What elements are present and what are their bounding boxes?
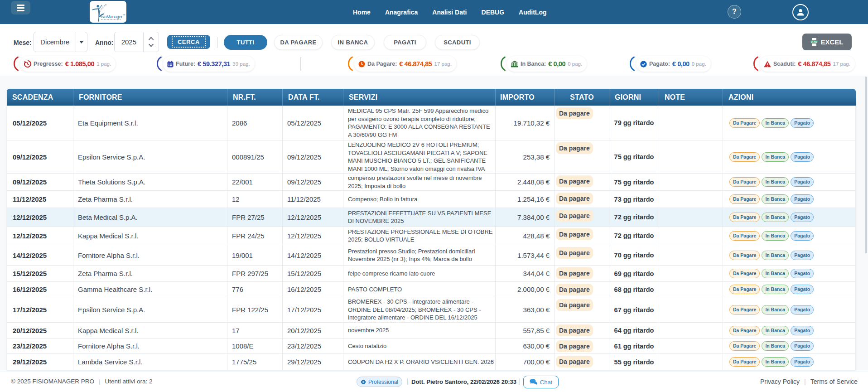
svg-text:isioManager: isioManager — [101, 14, 123, 19]
svg-text:XLSX: XLSX — [811, 41, 818, 44]
svg-text:TM: TM — [123, 14, 125, 16]
